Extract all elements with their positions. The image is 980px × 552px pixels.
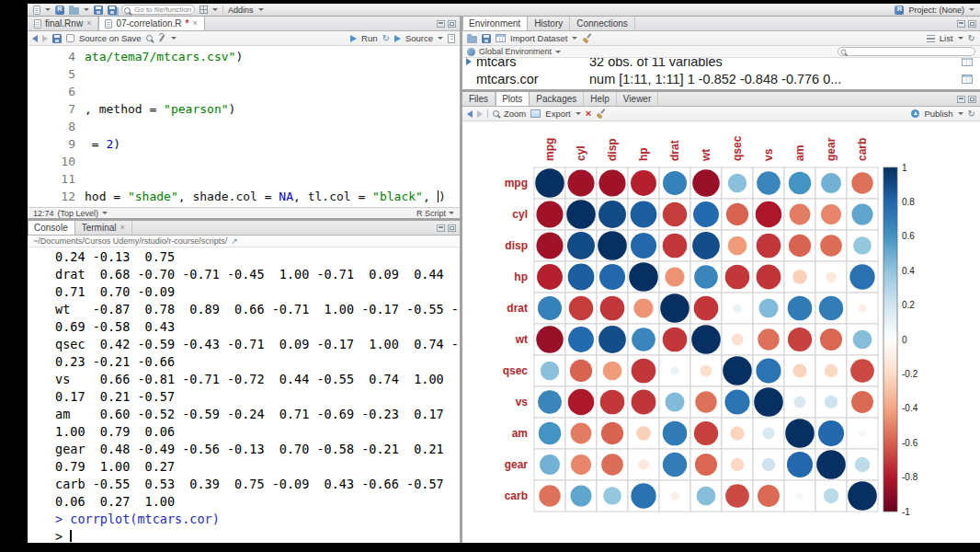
- svg-text:cyl: cyl: [575, 145, 587, 161]
- view-data-icon[interactable]: [962, 75, 973, 84]
- source-icon[interactable]: [394, 35, 401, 42]
- previous-plot-icon[interactable]: [467, 110, 473, 118]
- environment-object-row[interactable]: mtcars32 obs. of 11 variables: [462, 58, 980, 70]
- close-icon[interactable]: [86, 19, 91, 28]
- maximize-icon[interactable]: [448, 224, 456, 232]
- list-view-caret-icon[interactable]: [958, 37, 963, 40]
- scope-selector[interactable]: (Top Level): [58, 209, 99, 218]
- scope-caret-icon[interactable]: [102, 212, 108, 214]
- source-button[interactable]: Source: [405, 33, 433, 43]
- tab-history[interactable]: History: [528, 17, 570, 30]
- code-tools-icon[interactable]: [157, 34, 166, 43]
- addins-menu[interactable]: Addins: [228, 6, 254, 15]
- tab-plots[interactable]: Plots: [496, 92, 530, 106]
- code-token: ): [439, 190, 446, 203]
- open-file-icon[interactable]: [69, 7, 79, 15]
- goto-file-input[interactable]: [121, 5, 195, 15]
- view-data-icon[interactable]: [962, 58, 973, 66]
- rerun-icon[interactable]: ↻: [382, 34, 390, 43]
- tab-07-correlation[interactable]: 07-correlation.R *: [98, 17, 204, 30]
- toolbar-separator: [487, 109, 488, 118]
- svg-text:-1: -1: [902, 507, 910, 517]
- new-file-icon[interactable]: [33, 6, 40, 15]
- tab-help[interactable]: Help: [584, 92, 617, 106]
- svg-text:mpg: mpg: [543, 138, 556, 161]
- import-dataset-button[interactable]: Import Dataset: [510, 33, 567, 43]
- forward-icon[interactable]: [42, 35, 48, 42]
- pane-layout-icon[interactable]: [199, 6, 208, 14]
- tab-console[interactable]: Console: [28, 221, 75, 235]
- svg-text:carb: carb: [505, 489, 528, 502]
- new-file-caret-icon[interactable]: [45, 8, 51, 11]
- code-line: 9 = 2): [28, 135, 460, 153]
- project-selector[interactable]: Project: (None): [908, 6, 964, 15]
- svg-text:-0.4: -0.4: [902, 403, 918, 413]
- export-button[interactable]: Export: [545, 109, 570, 119]
- minimize-icon[interactable]: [957, 96, 965, 103]
- load-workspace-icon[interactable]: [467, 36, 477, 43]
- svg-text:mpg: mpg: [505, 177, 528, 190]
- maximize-icon[interactable]: [448, 20, 456, 28]
- open-file-caret-icon[interactable]: [84, 8, 89, 11]
- environment-object-row[interactable]: mtcars.cornum [1:11, 1:11] 1 -0.852 -0.8…: [462, 70, 980, 87]
- goto-directory-icon[interactable]: ↗: [231, 237, 238, 246]
- tab-connections[interactable]: Connections: [570, 17, 635, 30]
- tab-terminal[interactable]: Terminal: [75, 221, 132, 235]
- refresh-icon[interactable]: ↻: [968, 109, 975, 119]
- refresh-icon[interactable]: ↻: [968, 34, 975, 43]
- maximize-icon[interactable]: [968, 20, 976, 28]
- tab-files[interactable]: Files: [462, 92, 496, 106]
- save-workspace-icon[interactable]: [482, 34, 491, 43]
- close-icon[interactable]: [192, 19, 197, 28]
- export-caret-icon[interactable]: [575, 112, 581, 115]
- publish-button[interactable]: Publish: [924, 109, 952, 119]
- save-icon[interactable]: [94, 6, 103, 15]
- minimize-icon[interactable]: [437, 20, 445, 28]
- list-view-selector[interactable]: List: [940, 33, 953, 43]
- code-editor[interactable]: 4ata/tema7/mtcars.csv")567, method = "pe…: [28, 46, 460, 207]
- new-project-icon[interactable]: [55, 6, 64, 15]
- clear-objects-icon[interactable]: [582, 33, 592, 43]
- console-output[interactable]: 0.24 -0.13 0.75drat 0.68 -0.70 -0.71 -0.…: [28, 247, 460, 543]
- run-button[interactable]: Run: [361, 33, 377, 43]
- save-icon[interactable]: [52, 34, 62, 43]
- remove-plot-icon[interactable]: ×: [586, 109, 591, 119]
- pane-layout-caret-icon[interactable]: [212, 8, 218, 11]
- filetype-selector[interactable]: R Script: [416, 209, 446, 218]
- maximize-icon[interactable]: [968, 96, 976, 103]
- code-text: ata/tema7/mtcars.csv"): [85, 48, 243, 65]
- filetype-caret-icon[interactable]: [449, 212, 454, 214]
- project-caret-icon[interactable]: [969, 8, 974, 11]
- tab-packages[interactable]: Packages: [530, 92, 584, 106]
- close-icon[interactable]: [120, 224, 125, 232]
- compile-report-icon[interactable]: [448, 34, 455, 43]
- expand-triangle-icon[interactable]: [466, 58, 472, 65]
- source-caret-icon[interactable]: [438, 37, 443, 40]
- environment-scope-selector[interactable]: Global Environment: [479, 47, 552, 56]
- file-icon: [34, 19, 41, 29]
- environment-search-input[interactable]: [838, 47, 975, 56]
- source-on-save-checkbox[interactable]: [66, 34, 74, 42]
- code-line: 5: [28, 65, 460, 83]
- minimize-icon[interactable]: [437, 224, 445, 232]
- import-dataset-caret-icon[interactable]: [572, 37, 577, 40]
- code-tools-caret-icon[interactable]: [171, 37, 177, 40]
- plots-pane: Files Plots Packages Help Viewer: [462, 92, 980, 543]
- addins-caret-icon[interactable]: [258, 8, 264, 11]
- tab-viewer[interactable]: Viewer: [617, 92, 658, 106]
- publish-caret-icon[interactable]: [958, 112, 963, 115]
- next-plot-icon[interactable]: [477, 110, 483, 118]
- save-all-icon[interactable]: [108, 6, 117, 15]
- back-icon[interactable]: [32, 35, 38, 42]
- project-icon: [895, 6, 904, 15]
- tab-environment[interactable]: Environment: [462, 17, 528, 30]
- run-icon[interactable]: [350, 35, 357, 42]
- minimize-icon[interactable]: [957, 20, 965, 28]
- zoom-button[interactable]: Zoom: [504, 109, 526, 119]
- clear-plots-icon[interactable]: [596, 109, 606, 119]
- tab-final-rnw[interactable]: final.Rnw: [28, 17, 98, 30]
- find-replace-icon[interactable]: [146, 35, 153, 41]
- console-line: 0.23 -0.21 -0.66: [55, 353, 458, 371]
- scope-caret-icon[interactable]: [555, 51, 561, 53]
- tab-label: Environment: [469, 18, 520, 29]
